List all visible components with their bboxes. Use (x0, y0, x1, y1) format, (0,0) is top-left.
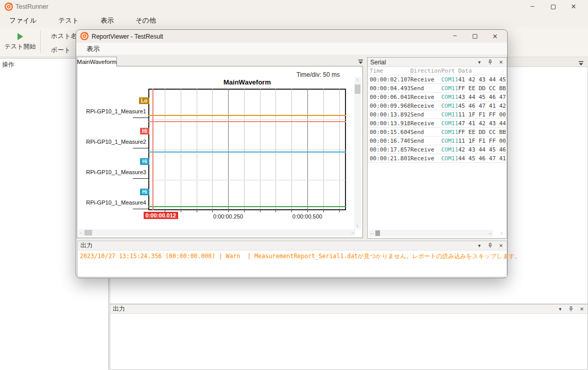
vertical-scrollbar[interactable]: ↑ ↓ (354, 77, 361, 229)
signal-line (148, 152, 346, 153)
scroll-right-icon[interactable]: → (487, 230, 493, 237)
maximize-icon[interactable] (543, 0, 563, 13)
time-cursor-line[interactable] (152, 89, 153, 210)
menu-item[interactable]: 表示 (79, 42, 107, 56)
channel-state-badge: Hi (140, 158, 149, 165)
scrollbar-thumb[interactable] (355, 85, 360, 94)
test-start-label: テスト開始 (5, 42, 36, 51)
serial-row[interactable]: 00:00:17.857ReceiveCOM1142 43 44 45 46 4… (368, 145, 507, 154)
serial-cell: 00:00:13.892 (370, 111, 410, 118)
channel-state-badge: Lo (139, 97, 149, 104)
column-header[interactable]: Time (370, 68, 410, 74)
chart-title: MainWaveform (148, 78, 346, 86)
serial-cell: FF EE DD CC BB AA (458, 129, 506, 136)
channel-state-badge: Hi (140, 189, 149, 195)
horizontal-scrollbar[interactable]: ← → (78, 229, 355, 236)
serial-row[interactable]: 00:00:13.918ReceiveCOM1147 41 42 43 44 4… (368, 119, 507, 128)
scrollbar-thumb[interactable] (84, 230, 92, 236)
minimize-icon[interactable]: – (445, 30, 465, 43)
channel-label: RPi-GP10_1_Measure3 (86, 169, 146, 175)
serial-row[interactable]: 00:00:06.041ReceiveCOM1143 44 45 46 47 4… (368, 93, 507, 102)
column-header[interactable]: Port (441, 68, 458, 74)
panel-menu-icon[interactable] (358, 59, 364, 64)
menu-item[interactable]: 表示 (93, 14, 121, 27)
serial-row[interactable]: 00:00:04.493SendCOM11FF EE DD CC BB AA (368, 84, 507, 93)
pin-icon[interactable] (487, 243, 493, 249)
main-output-caption: 出力 ▾ × (110, 305, 587, 314)
column-header[interactable]: Data (458, 68, 506, 74)
scroll-right-icon[interactable]: → (349, 229, 355, 236)
pin-icon[interactable] (487, 59, 493, 65)
tab-mainwaveform[interactable]: MainWaveform (77, 57, 117, 66)
axis-tick (212, 210, 213, 212)
main-menubar: ファイルテスト表示その他 (0, 13, 588, 27)
serial-caption: Serial ▾ × (368, 58, 507, 67)
serial-row[interactable]: 00:00:09.968ReceiveCOM1145 46 47 41 42 4… (368, 102, 507, 110)
band-separator (149, 119, 345, 120)
serial-row[interactable]: 00:00:15.604SendCOM11FF EE DD CC BB AA (368, 128, 507, 137)
axis-tick (181, 210, 181, 212)
scrollbar-thumb[interactable] (375, 230, 380, 236)
time-cursor-label: 0:00:00.012 (144, 212, 178, 219)
panel-dropdown-icon[interactable]: ▾ (476, 243, 482, 249)
reportviewer-titlebar[interactable]: ReportViewer - TestResult – × (76, 30, 507, 43)
close-icon[interactable]: × (485, 30, 505, 43)
channel-baseline (133, 148, 148, 148)
menu-item[interactable]: その他 (128, 14, 163, 27)
axis-tick (228, 210, 229, 212)
serial-row[interactable]: 00:00:16.740SendCOM1111 1F F1 FF 00 00 (368, 137, 507, 145)
channel-baseline (133, 209, 148, 209)
pin-icon[interactable] (568, 306, 574, 312)
channel-baseline (133, 178, 148, 179)
close-icon[interactable]: × (498, 243, 504, 249)
panel-dropdown-icon[interactable]: ▾ (557, 306, 563, 312)
serial-cell: 41 42 43 44 45 46 (458, 76, 506, 83)
serial-cell: COM11 (441, 85, 458, 92)
panel-menu-icon[interactable] (578, 61, 584, 66)
panel-dropdown-icon[interactable]: ▾ (476, 59, 482, 65)
serial-cell: 42 43 44 45 46 47 (458, 146, 506, 153)
menu-item[interactable]: ファイル (2, 14, 44, 27)
app-logo-icon (5, 3, 13, 11)
column-header[interactable]: Direction (410, 68, 441, 74)
scroll-left-icon[interactable]: ← (78, 229, 84, 236)
serial-cell: COM11 (441, 155, 458, 162)
minimize-icon[interactable]: – (522, 0, 543, 13)
serial-cell: COM11 (441, 129, 458, 136)
scroll-up-icon[interactable]: ↑ (354, 77, 360, 84)
serial-cell: COM11 (441, 103, 458, 109)
channel-label: RPi-GP10_1_Measure1 (86, 108, 146, 114)
menu-item[interactable]: テスト (51, 14, 86, 27)
close-icon[interactable]: × (498, 59, 504, 65)
scroll-down-icon[interactable]: ↓ (354, 222, 360, 229)
maximize-icon[interactable] (465, 30, 485, 43)
serial-cell: Send (410, 138, 441, 144)
test-start-button[interactable]: テスト開始 (3, 29, 37, 55)
play-icon (18, 33, 23, 40)
serial-cell: Receive (410, 155, 441, 162)
serial-cell: Receive (410, 146, 441, 153)
signal-line (148, 115, 346, 116)
scroll-down-icon[interactable]: ↓ (498, 230, 505, 237)
scroll-up-icon[interactable]: ↑ (501, 68, 504, 74)
serial-row[interactable]: 00:00:13.892SendCOM1111 1F F1 FF 00 00 (368, 110, 507, 119)
serial-cell: 47 41 42 43 44 45 (458, 120, 506, 127)
serial-cell: 00:00:16.740 (370, 138, 410, 144)
toolbar-separator (40, 30, 41, 53)
reportviewer-menubar: 表示 (76, 43, 507, 55)
scroll-left-icon[interactable]: ← (369, 230, 375, 237)
serial-row[interactable]: 00:00:21.801ReceiveCOM1144 45 46 47 41 4… (368, 154, 507, 163)
band-separator (149, 149, 345, 150)
band-separator (149, 180, 345, 180)
horizontal-scrollbar[interactable]: ← → (369, 230, 493, 237)
waveform-chart: Time/div: 50 ms MainWaveform LoRPi-GP10_… (77, 66, 362, 238)
main-output-title: 出力 (113, 305, 557, 313)
serial-cell: 00:00:04.493 (370, 85, 410, 92)
x-tick-label: 0:00:00.500 (287, 213, 328, 220)
close-icon[interactable]: × (563, 0, 584, 13)
close-icon[interactable]: × (579, 306, 585, 312)
channel-baseline (133, 117, 148, 118)
time-per-div-label: Time/div: 50 ms (297, 71, 340, 78)
serial-row[interactable]: 00:00:02.107ReceiveCOM1141 42 43 44 45 4… (368, 75, 507, 84)
reportviewer-output-panel: 出力 ▾ × 2023/10/27 13:15:24.356 (00:00:00… (77, 241, 507, 277)
